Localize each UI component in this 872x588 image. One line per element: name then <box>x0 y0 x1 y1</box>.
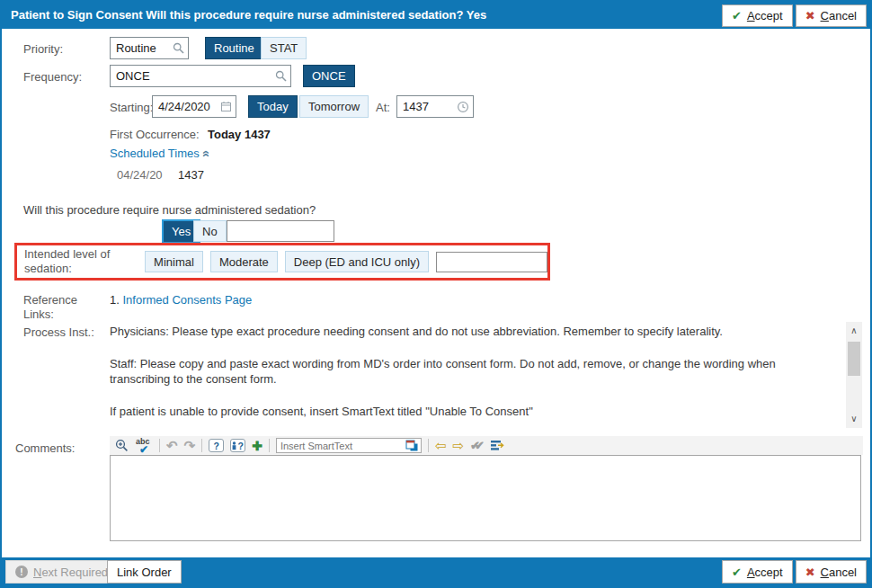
process-scrollbar[interactable]: ∧ ∨ <box>846 322 862 428</box>
annotation-highlight-box: Intended level of sedation: Minimal Mode… <box>14 243 550 281</box>
spellcheck-icon[interactable]: abc✔ <box>135 438 153 453</box>
comments-toolbar: abc✔ ↶ ↷ ? ? ✚ ⇦ ⇨ ✔✔ <box>110 436 863 455</box>
sedation-level-deep[interactable]: Deep (ED and ICU only) <box>285 251 429 272</box>
starting-time-field[interactable] <box>396 95 474 118</box>
toolbar-separator <box>428 439 429 452</box>
dialog-header: Patient to Sign Consent Will this proced… <box>2 2 870 29</box>
priority-option-routine[interactable]: Routine <box>205 37 263 59</box>
priority-input[interactable] <box>116 41 173 55</box>
process-paragraph: Staff: Please copy and paste exact wordi… <box>110 356 836 387</box>
process-paragraph: Physicians: Please type exact procedure … <box>110 324 836 339</box>
frequency-option-once[interactable]: ONCE <box>303 65 355 87</box>
starting-date-input[interactable] <box>158 100 220 113</box>
link-order-label: Link Order <box>117 566 172 579</box>
footer-actions: ✔ Accept ✖ Cancel <box>722 560 867 584</box>
x-icon: ✖ <box>805 566 815 579</box>
collapse-chevron-icon: « <box>200 150 214 157</box>
sedation-level-other-input[interactable] <box>436 252 547 272</box>
starting-date-field[interactable] <box>152 95 236 118</box>
check-icon: ✔ <box>732 566 742 579</box>
reference-link[interactable]: Informed Consents Page <box>122 293 252 307</box>
priority-lookup-field[interactable] <box>110 37 189 59</box>
frequency-label: Frequency: <box>23 70 82 84</box>
go-to-list-icon[interactable] <box>491 440 505 451</box>
accept-label: Accept <box>747 9 783 22</box>
cancel-label: Cancel <box>821 566 857 579</box>
scheduled-times-link[interactable]: Scheduled Times« <box>110 147 210 161</box>
next-field-icon[interactable]: ⇨ <box>452 439 464 452</box>
starting-option-today[interactable]: Today <box>248 95 298 118</box>
comments-label: Comments: <box>15 441 75 455</box>
redo-icon[interactable]: ↷ <box>184 439 196 452</box>
first-occurrence-value: Today 1437 <box>208 128 271 141</box>
x-icon: ✖ <box>805 9 815 22</box>
exclamation-icon: ! <box>15 566 28 578</box>
scroll-down-arrow[interactable]: ∨ <box>846 412 862 426</box>
order-composer-dialog: Patient to Sign Consent Will this proced… <box>0 0 872 588</box>
reference-links-label: Reference Links: <box>23 293 88 322</box>
cancel-label: Cancel <box>821 9 857 22</box>
cancel-button-top[interactable]: ✖ Cancel <box>796 4 867 27</box>
process-paragraph: If patient is unable to provide consent,… <box>110 404 836 419</box>
complete-check-icon[interactable]: ✔✔ <box>470 439 485 452</box>
dialog-title: Patient to Sign Consent Will this proced… <box>11 2 486 29</box>
sedation-other-input[interactable] <box>227 220 334 242</box>
scroll-up-arrow[interactable]: ∧ <box>846 324 862 338</box>
search-icon <box>275 70 287 82</box>
smarttext-field[interactable] <box>276 438 422 453</box>
sedation-question-label: Will this procedure require nurse admini… <box>23 203 316 217</box>
toolbar-separator <box>159 439 160 452</box>
scrollbar-thumb[interactable] <box>848 342 860 376</box>
dialog-footer: ! Next Required Link Order ✔ Accept ✖ Ca… <box>2 557 870 586</box>
accept-label: Accept <box>747 566 783 579</box>
sedation-level-minimal[interactable]: Minimal <box>145 251 203 272</box>
next-required-button[interactable]: ! Next Required <box>5 560 118 584</box>
smarttext-browse-icon[interactable] <box>405 440 419 452</box>
scheduled-entry-time: 1437 <box>178 168 204 182</box>
check-icon: ✔ <box>732 9 742 22</box>
at-label: At: <box>376 101 390 114</box>
search-icon <box>173 42 184 54</box>
smarttext-input[interactable] <box>280 441 405 451</box>
cancel-button-bottom[interactable]: ✖ Cancel <box>796 560 867 584</box>
undo-icon[interactable]: ↶ <box>166 439 178 452</box>
reference-link-index: 1. <box>110 293 120 307</box>
toolbar-separator <box>269 439 270 452</box>
previous-field-icon[interactable]: ⇦ <box>435 439 447 452</box>
sedation-level-moderate[interactable]: Moderate <box>210 251 278 272</box>
reference-link-item: 1. Informed Consents Page <box>110 293 252 307</box>
process-inst-label: Process Inst.: <box>23 325 94 339</box>
starting-time-input[interactable] <box>403 100 457 113</box>
accept-button-bottom[interactable]: ✔ Accept <box>722 560 793 584</box>
header-actions: ✔ Accept ✖ Cancel <box>722 4 867 27</box>
frequency-input[interactable] <box>116 69 275 83</box>
calendar-icon <box>220 101 232 112</box>
scheduled-entry-date: 04/24/20 <box>117 168 163 182</box>
starting-option-tomorrow[interactable]: Tomorrow <box>299 95 369 118</box>
link-order-button[interactable]: Link Order <box>107 560 182 584</box>
priority-label: Priority: <box>23 42 63 56</box>
add-icon[interactable]: ✚ <box>252 440 262 452</box>
comments-textarea[interactable] <box>110 455 861 541</box>
accept-button-top[interactable]: ✔ Accept <box>722 4 793 27</box>
frequency-lookup-field[interactable] <box>110 65 291 87</box>
priority-option-stat[interactable]: STAT <box>261 37 307 59</box>
zoom-icon[interactable] <box>115 439 129 452</box>
help-box-icon[interactable]: ? <box>209 439 224 452</box>
process-inst-text: Physicians: Please type exact procedure … <box>110 324 836 436</box>
first-occurrence-label: First Occurrence: <box>110 128 200 141</box>
clock-icon <box>457 101 469 113</box>
next-required-label: Next Required <box>33 566 108 579</box>
sedation-level-label: Intended level of sedation: <box>24 247 138 276</box>
starting-label: Starting: <box>110 101 153 114</box>
toolbar-separator <box>201 439 202 452</box>
sedation-option-no[interactable]: No <box>193 220 227 242</box>
person-help-icon[interactable]: ? <box>230 439 245 452</box>
